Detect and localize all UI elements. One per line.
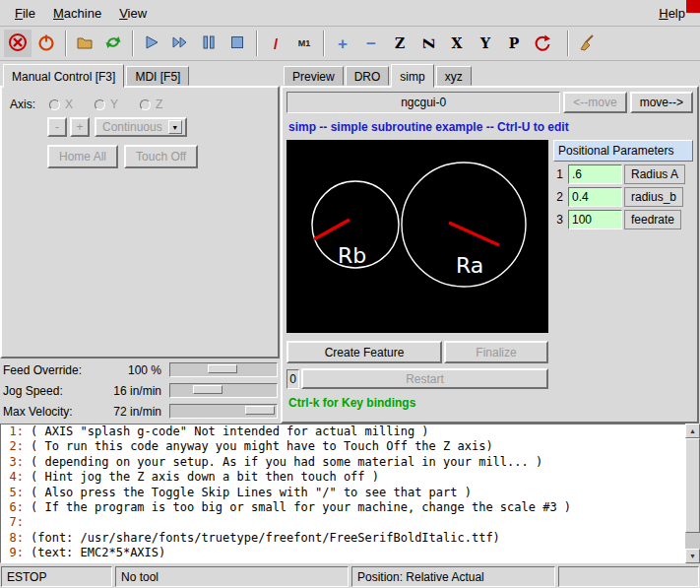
param-1-input[interactable]: .6 [568, 164, 622, 184]
gcode-line: 1: ( AXIS "splash g-code" Not intended f… [1, 425, 699, 439]
max-velocity-value: 72 in/min [113, 405, 161, 419]
jog-speed-slider[interactable] [169, 383, 278, 398]
positional-parameters: Positional Parameters 1 .6 Radius A 2 0.… [553, 140, 693, 229]
view-z-icon: Z [395, 35, 405, 51]
toggle-skip-lines-button[interactable]: / [262, 30, 289, 57]
folder-icon [75, 33, 95, 55]
jog-mode-combobox[interactable]: Continuous ▼ [95, 117, 187, 137]
view-y-button[interactable]: Y [472, 30, 499, 57]
estop-icon [8, 33, 28, 55]
tab-simp[interactable]: simp [391, 64, 433, 88]
radius-b-label: Rb [338, 243, 366, 268]
finalize-button[interactable]: Finalize [444, 341, 548, 363]
line-text: (font: /usr/share/fonts/truetype/freefon… [31, 531, 500, 546]
axis-y-label: Y [110, 98, 118, 111]
axis-radio-y[interactable]: Y [95, 98, 118, 111]
toolbar: / M1 + − Z Z X Y P [0, 27, 700, 61]
feed-override-value: 100 % [128, 363, 161, 377]
view-x-button[interactable]: X [443, 30, 471, 57]
axis-radio-z[interactable]: Z [140, 98, 162, 111]
right-tab-bar: Preview DRO simp xyz [281, 62, 700, 86]
scroll-up-icon[interactable]: ▲ [685, 424, 700, 438]
line-number: 7: [1, 515, 31, 530]
gcode-line: 8: (font: /usr/share/fonts/truetype/free… [1, 531, 699, 546]
estop-button[interactable] [4, 30, 32, 57]
param-row: 3 100 feedrate [553, 210, 693, 229]
power-icon [36, 33, 56, 55]
gcode-line: 7: [1, 515, 699, 530]
line-number: 5: [1, 486, 31, 500]
run-icon [142, 33, 161, 55]
tab-xyz[interactable]: xyz [436, 66, 472, 86]
rotate-view-button[interactable] [529, 30, 556, 57]
feed-override-row: Feed Override: 100 % [0, 359, 281, 380]
scroll-down-icon[interactable]: ▼ [685, 549, 700, 563]
preview-panel: Preview DRO simp xyz ngcgui-0 <--move mo… [281, 62, 700, 424]
move-right-button[interactable]: move--> [630, 92, 693, 113]
menu-view[interactable]: View [110, 2, 156, 25]
param-2-input[interactable]: 0.4 [568, 187, 622, 207]
machine-power-button[interactable] [32, 30, 60, 57]
param-1-name: Radius A [624, 164, 685, 184]
restart-button[interactable]: Restart [301, 368, 548, 389]
zoom-out-button[interactable]: − [357, 30, 385, 57]
tab-mdi[interactable]: MDI [F5] [126, 66, 189, 86]
line-number: 2: [1, 439, 31, 454]
open-file-button[interactable] [71, 30, 98, 57]
tab-manual-control[interactable]: Manual Control [F3] [3, 64, 124, 88]
step-button[interactable] [166, 30, 194, 57]
gcode-line: 5: ( Also press the Toggle Skip Lines wi… [1, 486, 699, 500]
pause-icon [199, 33, 219, 55]
line-text: ( AXIS "splash g-code" Not intended for … [31, 425, 429, 439]
max-velocity-slider[interactable] [169, 404, 278, 419]
param-row: 1 .6 Radius A [553, 164, 693, 184]
max-velocity-slider-thumb[interactable] [245, 406, 275, 415]
create-feature-button[interactable]: Create Feature [286, 341, 442, 363]
feed-override-slider-thumb[interactable] [208, 364, 237, 373]
gcode-scrollbar[interactable]: ▲ ▼ [685, 424, 700, 563]
params-header: Positional Parameters [553, 140, 693, 162]
view-z-button[interactable]: Z [386, 30, 414, 57]
line-number: 1: [1, 425, 31, 439]
tab-preview[interactable]: Preview [284, 66, 344, 86]
skip-lines-icon: / [274, 35, 278, 52]
tab-dro[interactable]: DRO [346, 66, 390, 86]
toolbar-separator [132, 31, 134, 56]
pause-button[interactable] [195, 30, 223, 57]
param-index: 2 [553, 190, 566, 204]
jog-minus-button[interactable]: - [47, 117, 67, 137]
view-z2-button[interactable]: Z [414, 30, 442, 57]
menu-file[interactable]: File [6, 2, 44, 25]
param-3-input[interactable]: 100 [568, 210, 622, 229]
move-left-button[interactable]: <--move [563, 92, 626, 113]
zoom-out-icon: − [366, 35, 376, 52]
toggle-optional-pause-button[interactable]: M1 [290, 30, 318, 57]
view-z2-icon: Z [420, 38, 436, 48]
gcode-listing[interactable]: 1: ( AXIS "splash g-code" Not intended f… [0, 424, 700, 563]
perspective-icon: P [509, 35, 520, 51]
line-text: ( If the program is too big or small for… [31, 500, 571, 515]
stop-button[interactable] [223, 30, 251, 57]
param-index: 3 [553, 213, 566, 227]
gcode-line: 2: ( To run this code anyway you might h… [1, 439, 699, 454]
gcode-line: 4: ( Hint jog the Z axis down a bit then… [1, 470, 699, 485]
gcode-line: 3: ( depending on your setup. As if you … [1, 455, 699, 470]
jog-speed-slider-thumb[interactable] [193, 385, 223, 394]
jog-plus-button[interactable]: + [70, 117, 90, 137]
manual-control-panel: Manual Control [F3] MDI [F5] Axis: X Y Z… [0, 62, 281, 424]
feed-override-slider[interactable] [169, 362, 278, 377]
clear-plot-button[interactable] [573, 30, 601, 57]
reload-button[interactable] [99, 30, 127, 57]
touch-off-button[interactable]: Touch Off [124, 145, 198, 168]
view-perspective-button[interactable]: P [500, 30, 528, 57]
line-number: 8: [1, 531, 31, 546]
menu-machine[interactable]: Machine [44, 2, 110, 25]
view-x-icon: X [452, 35, 463, 51]
home-all-button[interactable]: Home All [47, 145, 118, 168]
scrollbar-thumb[interactable] [685, 438, 700, 533]
zoom-in-button[interactable]: + [329, 30, 356, 57]
axis-radio-x[interactable]: X [49, 98, 73, 111]
ngcgui-title: ngcgui-0 [286, 92, 560, 113]
rotate-icon [533, 33, 552, 55]
run-button[interactable] [138, 30, 165, 57]
